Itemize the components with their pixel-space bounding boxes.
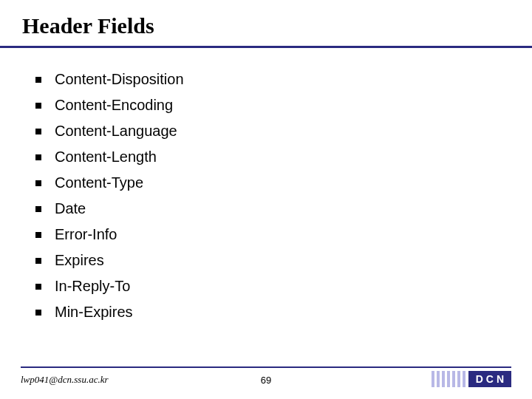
list-item-label: Expires [55,248,104,273]
list-item: Expires [35,248,184,273]
list-item: Content-Length [35,144,184,170]
list-item: Content-Type [35,170,184,196]
bullet-icon [35,206,41,212]
list-item-label: Content-Type [55,170,143,196]
list-item-label: Content-Length [55,144,157,170]
list-item: Min-Expires [35,299,184,325]
bullet-icon [35,284,41,290]
list-item-label: Error-Info [55,222,117,248]
list-item: In-Reply-To [35,273,184,299]
title-underline [0,46,532,48]
list-item: Content-Disposition [35,66,184,92]
bullet-icon [35,154,41,160]
footer-divider [21,366,511,368]
list-item: Error-Info [35,222,184,248]
bullet-icon [35,258,41,264]
bullet-icon [35,180,41,186]
list-item: Content-Encoding [35,92,184,118]
slide: Header Fields Content-Disposition Conten… [0,0,532,399]
list-item-label: Min-Expires [55,299,133,325]
bullet-list: Content-Disposition Content-Encoding Con… [35,66,184,325]
bullet-icon [35,77,41,83]
list-item: Date [35,196,184,222]
list-item-label: Content-Language [55,118,177,144]
list-item-label: In-Reply-To [55,273,130,299]
list-item-label: Content-Disposition [55,66,184,92]
bullet-icon [35,129,41,134]
stripes-icon [432,371,466,387]
footer-logo-label: DCN [468,371,511,387]
bullet-icon [35,310,41,316]
list-item-label: Content-Encoding [55,92,173,118]
list-item-label: Date [55,196,86,222]
slide-title: Header Fields [22,13,154,38]
list-item: Content-Language [35,118,184,144]
footer-logo: DCN [432,371,511,387]
bullet-icon [35,103,41,109]
bullet-icon [35,232,41,238]
